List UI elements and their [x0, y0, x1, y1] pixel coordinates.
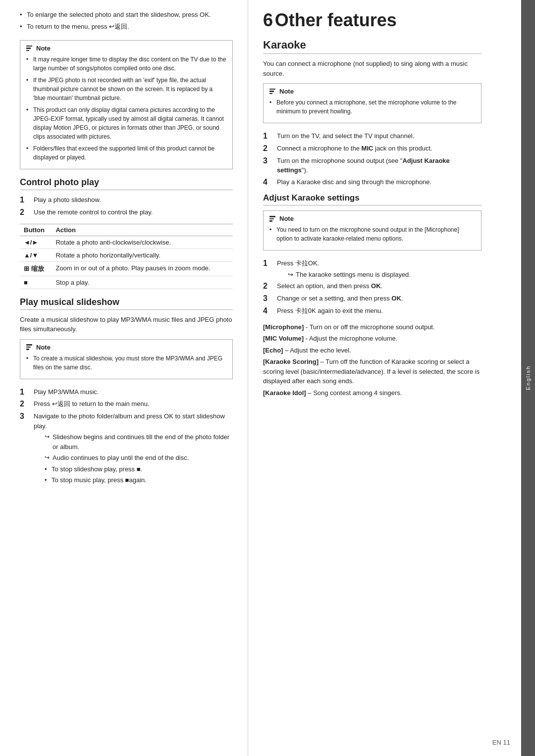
table-col-button: Button: [20, 224, 52, 236]
note-header-1: Note: [26, 45, 226, 52]
note-icon-bars-2: [26, 344, 32, 350]
mstep-arrow-0: Slideshow begins and continues till the …: [45, 432, 233, 452]
astep-num-1: 1: [263, 258, 274, 279]
control-photo-steps: 1 Play a photo slideshow. 2 Use the remo…: [20, 195, 233, 218]
mstep-num-2: 2: [20, 399, 31, 409]
note-box-2: Note To create a musical slideshow, you …: [20, 339, 233, 379]
karaoke-note-box: Note Before you connect a microphone, se…: [263, 83, 482, 123]
table-cell-button-1: ▲/▼: [20, 249, 52, 261]
astep-text-1: Press 卡拉OK.: [277, 259, 319, 267]
note-list-1: It may require longer time to display th…: [26, 55, 226, 162]
table-cell-button-3: ■: [20, 276, 52, 289]
mstep-arrow-1: Audio continues to play until the end of…: [45, 453, 233, 463]
note-icon-bars-k: [269, 89, 275, 95]
kstep-num-3: 3: [263, 156, 274, 175]
note-list-2: To create a musical slideshow, you must …: [26, 354, 226, 372]
kstep-num-2: 2: [263, 144, 274, 154]
astep-text-1-wrap: Press 卡拉OK. ↪ The karaoke settings menu …: [277, 258, 411, 279]
kstep-num-1: 1: [263, 131, 274, 142]
kstep-text-1: Turn on the TV, and select the TV input …: [277, 131, 415, 142]
step-num-2: 2: [20, 207, 31, 218]
karaoke-intro: You can connect a microphone (not suppli…: [263, 59, 482, 78]
karaoke-step-2: 2 Connect a microphone to the MIC jack o…: [263, 144, 482, 154]
mstep-num-3: 3: [20, 411, 31, 487]
adjust-note-header: Note: [269, 215, 475, 222]
astep-num-3: 3: [263, 294, 274, 304]
karaoke-note-icon: [269, 89, 276, 95]
karaoke-step-4: 4 Play a Karaoke disc and sing through t…: [263, 177, 482, 188]
karaoke-note-list: Before you connect a microphone, set the…: [269, 98, 475, 116]
table-row: ⊞ 缩放 Zoom in or out of a photo. Play pau…: [20, 261, 233, 276]
right-column: 6 Other features Karaoke You can connect…: [248, 0, 506, 756]
desc-karaoke-idol: [Karaoke Idol] – Song contest among 4 si…: [263, 388, 482, 398]
control-photo-heading: Control photo play: [20, 177, 233, 190]
desc-echo: [Echo] – Adjust the echo level.: [263, 346, 482, 355]
note-item-1-0: It may require longer time to display th…: [26, 55, 226, 73]
astep-4: 4 Press 卡拉0K again to exit the menu.: [263, 306, 482, 316]
table-cell-button-2: ⊞ 缩放: [20, 261, 52, 276]
page-footer: EN 11: [492, 739, 510, 746]
kstep-text-4: Play a Karaoke disc and sing through the…: [277, 177, 431, 188]
action-table: Button Action ◄/► Rotate a photo anti-cl…: [20, 224, 233, 289]
control-step-1: 1 Play a photo slideshow.: [20, 195, 233, 205]
karaoke-step-3: 3 Turn on the microphone sound output (s…: [263, 156, 482, 175]
kstep-text-2: Connect a microphone to the MIC jack on …: [277, 144, 432, 154]
page-container: English To enlarge the selected photo an…: [0, 0, 535, 756]
mstep-num-1: 1: [20, 387, 31, 398]
mstep-text-3-wrapper: Navigate to the photo folder/album and p…: [34, 411, 233, 487]
adjust-note-item-0: You need to turn on the microphone sound…: [269, 225, 475, 243]
note-label-2: Note: [36, 344, 51, 351]
note-item-1-3: Folders/files that exceed the supported …: [26, 144, 226, 162]
astep-2: 2 Select an option, and then press OK.: [263, 281, 482, 292]
chapter-title: Other features: [275, 10, 397, 30]
step-text-1: Play a photo slideshow.: [34, 195, 101, 205]
note-icon-1: [26, 46, 33, 51]
adjust-note-list: You need to turn on the microphone sound…: [269, 225, 475, 243]
step-num-1: 1: [20, 195, 31, 205]
astep-text-4: Press 卡拉0K again to exit the menu.: [277, 306, 383, 316]
note-icon-bars: [26, 46, 32, 51]
astep-num-4: 4: [263, 306, 274, 316]
adjust-note-label: Note: [279, 215, 294, 222]
note-item-1-2: This product can only display digital ca…: [26, 105, 226, 141]
note-header-2: Note: [26, 344, 226, 351]
table-row: ◄/► Rotate a photo anti-clockwise/clockw…: [20, 236, 233, 249]
play-musical-heading: Play musical slideshow: [20, 297, 233, 310]
kstep-num-4: 4: [263, 177, 274, 188]
chapter-block: 6 Other features: [263, 10, 482, 31]
step-text-2: Use the remote control to control the pl…: [34, 207, 153, 218]
side-tab: English: [521, 0, 535, 756]
note-icon-2: [26, 344, 33, 350]
intro-bullet-1: To enlarge the selected photo and start …: [20, 10, 233, 20]
mstep-text-1: Play MP3/WMA music.: [34, 387, 99, 398]
musical-step-3: 3 Navigate to the photo folder/album and…: [20, 411, 233, 487]
desc-microphone: [Microphone] - Turn on or off the microp…: [263, 322, 482, 332]
control-step-2: 2 Use the remote control to control the …: [20, 207, 233, 218]
karaoke-step-1: 1 Turn on the TV, and select the TV inpu…: [263, 131, 482, 142]
astep-3: 3 Change or set a setting, and then pres…: [263, 294, 482, 304]
note-label-1: Note: [36, 45, 51, 52]
kstep-text-3: Turn on the microphone sound output (see…: [277, 156, 482, 175]
intro-bullet-list: To enlarge the selected photo and start …: [20, 10, 233, 31]
note-icon-bars-a: [269, 216, 275, 222]
side-tab-label: English: [525, 365, 531, 390]
adjust-note-icon: [269, 216, 276, 222]
adjust-karaoke-heading: Adjust Karaoke settings: [263, 193, 482, 205]
note-box-1: Note It may require longer time to displ…: [20, 40, 233, 169]
mstep-arrows: Slideshow begins and continues till the …: [45, 432, 233, 463]
play-musical-steps: 1 Play MP3/WMA music. 2 Press ↩返回 to ret…: [20, 387, 233, 487]
astep-text-2: Select an option, and then press OK.: [277, 281, 382, 292]
karaoke-note-item-0: Before you connect a microphone, set the…: [269, 98, 475, 116]
astep-num-2: 2: [263, 281, 274, 292]
note-item-1-1: If the JPEG photo is not recorded with a…: [26, 76, 226, 102]
musical-step-2: 2 Press ↩返回 to return to the main menu.: [20, 399, 233, 409]
astep-text-3: Change or set a setting, and then press …: [277, 294, 403, 304]
mstep-bullet-1: To stop music play, press ■again.: [45, 475, 233, 485]
musical-step-1: 1 Play MP3/WMA music.: [20, 387, 233, 398]
astep-arrow-wrap: ↪ The karaoke settings menu is displayed…: [288, 270, 411, 280]
astep-1: 1 Press 卡拉OK. ↪ The karaoke settings men…: [263, 258, 482, 279]
table-cell-action-2: Zoom in or out of a photo. Play pauses i…: [52, 261, 233, 276]
adjust-karaoke-note-box: Note You need to turn on the microphone …: [263, 210, 482, 251]
page-number: EN 11: [492, 739, 510, 746]
desc-mic-volume: [MIC Volume] - Adjust the microphone vol…: [263, 334, 482, 344]
